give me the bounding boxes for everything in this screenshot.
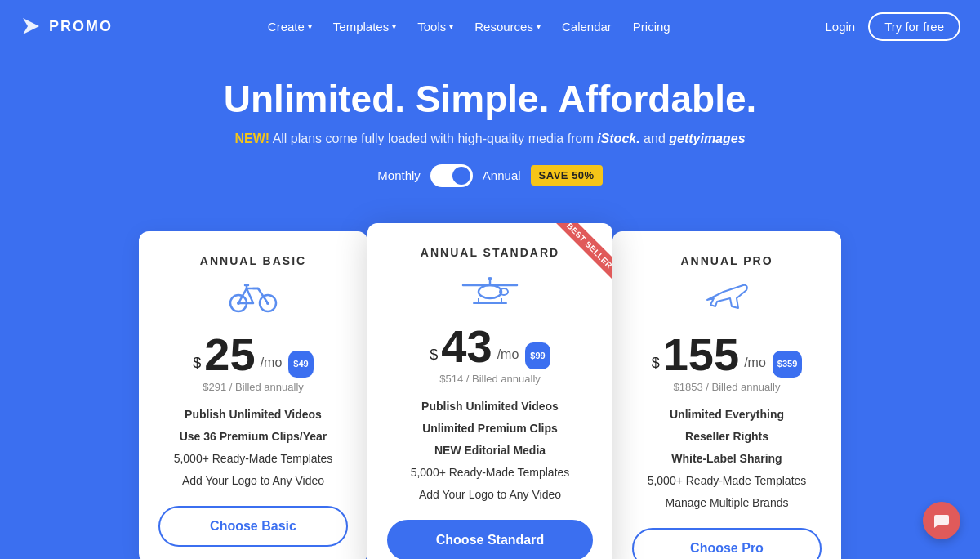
- basic-plan-card: ANNUAL BASIC: [139, 231, 368, 559]
- choose-standard-button[interactable]: Choose Standard: [387, 520, 593, 559]
- pro-plan-card: ANNUAL PRO $ 155 /mo $359 $1853 / Billed…: [612, 231, 841, 559]
- logo-icon: [20, 15, 42, 38]
- best-seller-ribbon: BEST SELLER: [555, 223, 612, 280]
- toggle-knob: [452, 167, 470, 185]
- billing-toggle-row: Monthly Annual SAVE 50%: [16, 164, 964, 187]
- chevron-down-icon: ▾: [392, 22, 396, 31]
- feature-item: Reseller Rights: [632, 428, 822, 445]
- nav-pricing[interactable]: Pricing: [625, 15, 679, 38]
- choose-pro-button[interactable]: Choose Pro: [632, 528, 822, 559]
- getty-text: gettyimages: [669, 132, 745, 145]
- feature-item: 5,000+ Ready-Made Templates: [158, 450, 348, 467]
- pro-billed: $1853 / Billed annually: [632, 381, 822, 393]
- basic-price-dollar: $: [193, 348, 201, 378]
- feature-item: Unlimited Everything: [632, 406, 822, 423]
- standard-price-mo: /mo: [497, 340, 519, 369]
- pro-price-dollar: $: [652, 348, 660, 378]
- feature-item: White-Label Sharing: [632, 450, 822, 467]
- svg-point-8: [479, 285, 501, 298]
- feature-item: 5,000+ Ready-Made Templates: [632, 472, 822, 490]
- nav-links: Create ▾ Templates ▾ Tools ▾ Resources ▾…: [260, 15, 679, 38]
- chat-bubble[interactable]: [923, 502, 960, 539]
- logo[interactable]: PROMO: [20, 15, 113, 38]
- feature-item: Unlimited Premium Clips: [387, 420, 593, 437]
- pro-orig-price: $359: [773, 351, 802, 378]
- chat-icon: [933, 512, 951, 530]
- brand-name: PROMO: [49, 18, 113, 35]
- svg-marker-0: [23, 18, 39, 34]
- pro-plan-icon: [632, 277, 822, 320]
- hero-section: Unlimited. Simple. Affordable. NEW! All …: [0, 52, 980, 559]
- standard-price-dollar: $: [430, 340, 438, 369]
- standard-price-num: 43: [441, 324, 492, 369]
- helicopter-icon: [461, 269, 519, 305]
- choose-basic-button[interactable]: Choose Basic: [158, 506, 348, 547]
- navbar: PROMO Create ▾ Templates ▾ Tools ▾ Resou…: [0, 0, 980, 52]
- pro-features: Unlimited Everything Reseller Rights Whi…: [632, 406, 822, 512]
- feature-item: Add Your Logo to Any Video: [387, 486, 593, 503]
- hero-sub-text: All plans come fully loaded with high-qu…: [273, 132, 598, 145]
- hero-subtitle: NEW! All plans come fully loaded with hi…: [16, 132, 964, 146]
- save-badge: SAVE 50%: [531, 165, 603, 186]
- feature-item: Publish Unlimited Videos: [387, 398, 593, 415]
- basic-price-mo: /mo: [261, 348, 283, 377]
- basic-orig-price: $49: [288, 351, 313, 378]
- feature-item: Manage Multiple Brands: [632, 494, 822, 512]
- nav-templates[interactable]: Templates ▾: [325, 15, 404, 38]
- feature-item: Add Your Logo to Any Video: [158, 472, 348, 490]
- hero: Unlimited. Simple. Affordable. NEW! All …: [0, 52, 980, 223]
- pro-price-num: 155: [663, 332, 739, 378]
- annual-label: Annual: [483, 168, 521, 182]
- nav-tools[interactable]: Tools ▾: [409, 15, 461, 38]
- cards-row: ANNUAL BASIC: [139, 223, 841, 559]
- hero-title: Unlimited. Simple. Affordable.: [16, 78, 964, 120]
- login-link[interactable]: Login: [825, 20, 855, 34]
- nav-resources[interactable]: Resources ▾: [466, 15, 549, 38]
- feature-item: 5,000+ Ready-Made Templates: [387, 464, 593, 481]
- istock-text: iStock.: [597, 132, 639, 145]
- pricing-cards: ANNUAL BASIC: [0, 223, 980, 559]
- pro-price-mo: /mo: [744, 348, 766, 377]
- feature-item: Use 36 Premium Clips/Year: [158, 428, 348, 445]
- hero-and-text: and: [644, 132, 669, 145]
- nav-calendar[interactable]: Calendar: [554, 15, 620, 38]
- airplane-icon: [701, 277, 753, 313]
- standard-features: Publish Unlimited Videos Unlimited Premi…: [387, 398, 593, 503]
- ribbon-wrap: BEST SELLER: [547, 223, 612, 288]
- basic-price-num: 25: [204, 332, 255, 378]
- bicycle-icon: [229, 277, 278, 313]
- basic-plan-icon: [158, 277, 348, 320]
- standard-orig-price: $99: [525, 342, 550, 369]
- pro-price-row: $ 155 /mo $359: [632, 332, 822, 378]
- nav-create[interactable]: Create ▾: [260, 15, 320, 38]
- basic-price-row: $ 25 /mo $49: [158, 332, 348, 378]
- pro-plan-name: ANNUAL PRO: [632, 254, 822, 267]
- feature-item: Publish Unlimited Videos: [158, 406, 348, 423]
- try-free-button[interactable]: Try for free: [868, 12, 960, 41]
- nav-actions: Login Try for free: [825, 12, 960, 41]
- standard-billed: $514 / Billed annually: [387, 373, 593, 385]
- chevron-down-icon: ▾: [308, 22, 312, 31]
- feature-item: NEW Editorial Media: [387, 442, 593, 459]
- standard-plan-card: BEST SELLER ANNUAL STANDARD: [368, 223, 612, 559]
- monthly-label: Monthly: [377, 168, 421, 182]
- chevron-down-icon: ▾: [537, 22, 541, 31]
- basic-features: Publish Unlimited Videos Use 36 Premium …: [158, 406, 348, 490]
- chevron-down-icon: ▾: [449, 22, 453, 31]
- billing-toggle[interactable]: [430, 164, 473, 187]
- basic-plan-name: ANNUAL BASIC: [158, 254, 348, 267]
- new-badge: NEW!: [234, 132, 270, 145]
- svg-point-11: [488, 277, 492, 280]
- basic-billed: $291 / Billed annually: [158, 381, 348, 393]
- standard-price-row: $ 43 /mo $99: [387, 324, 593, 369]
